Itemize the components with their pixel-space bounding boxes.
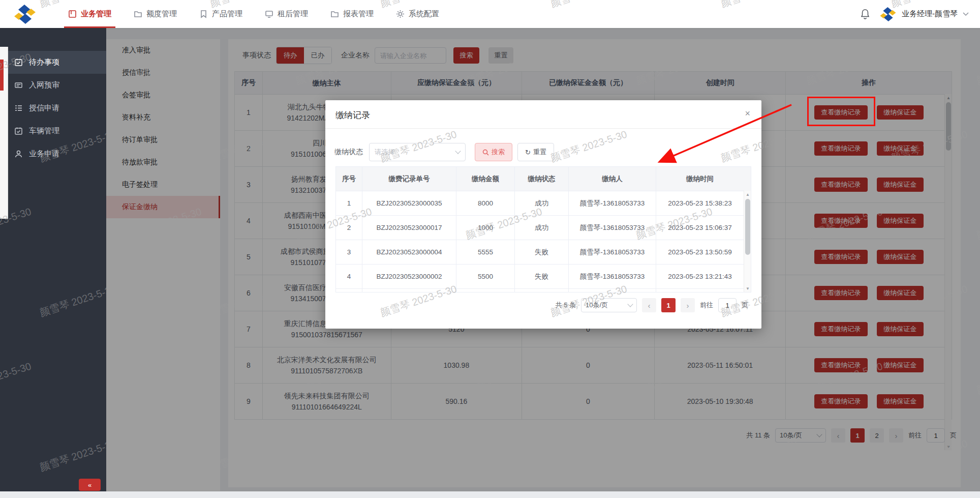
- pay-status-label: 缴纳状态: [334, 148, 363, 157]
- user-menu[interactable]: 业务经理-颜雪琴: [879, 6, 969, 23]
- sidebar-list: 待办事项 入网预审 授信申请 车辆管理: [0, 51, 106, 165]
- nav-quota-mgmt[interactable]: 额度管理: [122, 0, 188, 28]
- page-unit-label: 页: [742, 301, 748, 310]
- user-icon: [14, 150, 23, 158]
- payment-records-table: 序号 缴费记录单号 缴纳金额 缴纳状态 缴纳人 缴纳时间 1 BZJ202305…: [335, 166, 751, 292]
- cell-pay-status: 失败: [515, 265, 569, 288]
- cell-pay-amount: 5555: [456, 240, 515, 264]
- sidebar-item-label: 授信申请: [29, 103, 59, 113]
- header-payer: 缴纳人: [569, 167, 656, 191]
- page-size-value: 10条/页: [586, 301, 608, 310]
- folder-icon: [330, 10, 339, 18]
- total-count: 共 5 条: [556, 301, 576, 310]
- nav-postlease-mgmt[interactable]: 租后管理: [254, 0, 319, 28]
- cell-seq: 4: [336, 265, 362, 288]
- goto-page-input[interactable]: [718, 298, 737, 312]
- cell-seq: 1: [336, 191, 362, 215]
- gear-icon: [396, 10, 405, 18]
- nav-label: 额度管理: [146, 9, 177, 19]
- select-placeholder: 请选择: [375, 148, 394, 157]
- sidebar-item-todo[interactable]: 待办事项: [0, 51, 106, 74]
- cell-pay-status: 成功: [515, 191, 569, 215]
- bookmark-icon: [199, 10, 208, 18]
- id-card-icon: [14, 81, 23, 90]
- cell-record-no: BZJ20230523000004: [362, 240, 456, 264]
- notification-bell-icon[interactable]: [860, 9, 870, 20]
- nav-label: 报表管理: [343, 9, 374, 19]
- left-edge-red-sliver: [0, 60, 4, 91]
- next-page-button[interactable]: ›: [681, 298, 695, 312]
- nav-label: 系统配置: [409, 9, 439, 19]
- cell-payer: 颜雪琴-13618053733: [569, 265, 656, 288]
- modal-search-button[interactable]: 搜索: [475, 143, 512, 161]
- modal-pagination: 共 5 条 10条/页 ‹ 1 › 前往 页: [556, 298, 748, 312]
- chevron-down-icon: [455, 148, 461, 154]
- page-size-select[interactable]: 10条/页: [581, 298, 637, 312]
- cell-payer: 颜雪琴-13618053733: [569, 240, 656, 264]
- payment-record-row: 1 BZJ20230523000035 8000 成功 颜雪琴-13618053…: [336, 191, 745, 215]
- left-edge-strip: [0, 47, 8, 219]
- nav-business-mgmt[interactable]: 业务管理: [57, 0, 122, 28]
- list-icon: [14, 104, 23, 112]
- modal-reset-button[interactable]: ↻ 重置: [517, 143, 554, 161]
- sidebar-item-business-apply[interactable]: 业务申请: [0, 142, 106, 165]
- modal-search-label: 搜索: [492, 148, 505, 157]
- calendar-check-icon: [14, 58, 23, 67]
- goto-label: 前往: [700, 301, 713, 310]
- payment-record-row: 4 BZJ20230523000002 5500 失败 颜雪琴-13618053…: [336, 264, 745, 288]
- nav-label: 业务管理: [81, 9, 111, 19]
- cell-record-no: BZJ20230523000017: [362, 216, 456, 240]
- avatar: [879, 6, 897, 23]
- monitor-icon: [265, 10, 273, 18]
- modal-divider: [325, 128, 761, 129]
- sidebar-item-credit-apply[interactable]: 授信申请: [0, 97, 106, 120]
- payment-record-row-partial: [336, 288, 745, 292]
- sidebar-item-label: 入网预审: [29, 80, 59, 90]
- cell-pay-amount: 1000: [456, 216, 515, 240]
- cell-pay-status: 失败: [515, 240, 569, 264]
- brand-logo-icon: [13, 3, 37, 26]
- nav-label: 产品管理: [212, 9, 242, 19]
- scrollbar-thumb[interactable]: [745, 199, 750, 255]
- cell-seq: 3: [336, 240, 362, 264]
- cell-record-no: BZJ20230523000002: [362, 265, 456, 288]
- calendar-icon: [14, 127, 23, 135]
- cell-pay-time: 2023-05-23 15:06:37: [656, 216, 744, 240]
- nav-label: 租后管理: [278, 9, 308, 19]
- chevron-down-icon: [627, 301, 633, 307]
- cell-pay-time: 2023-05-23 15:38:23: [656, 191, 744, 215]
- modal-table-header: 序号 缴费记录单号 缴纳金额 缴纳状态 缴纳人 缴纳时间: [336, 167, 751, 191]
- modal-filter-bar: 缴纳状态 请选择 搜索 ↻ 重置: [325, 143, 554, 161]
- scroll-down-icon[interactable]: ▼: [744, 285, 751, 292]
- payment-record-row: 2 BZJ20230523000017 1000 成功 颜雪琴-13618053…: [336, 215, 745, 240]
- cell-pay-amount: 5500: [456, 265, 515, 288]
- horizontal-scrollbar[interactable]: [0, 491, 980, 498]
- prev-page-button[interactable]: ‹: [642, 298, 656, 312]
- sidebar-item-label: 待办事项: [29, 57, 59, 67]
- sidebar-item-vehicle-mgmt[interactable]: 车辆管理: [0, 120, 106, 142]
- cell-pay-status: 成功: [515, 216, 569, 240]
- app-root: 业务管理 额度管理 产品管理 租后管理: [0, 0, 980, 498]
- payment-record-row: 3 BZJ20230523000004 5555 失败 颜雪琴-13618053…: [336, 240, 745, 264]
- scroll-up-icon[interactable]: ▲: [744, 191, 751, 198]
- nav-product-mgmt[interactable]: 产品管理: [188, 0, 254, 28]
- header-pay-amount: 缴纳金额: [456, 167, 515, 191]
- close-icon[interactable]: ×: [745, 108, 750, 119]
- cell-pay-amount: 8000: [456, 191, 515, 215]
- user-name: 业务经理-颜雪琴: [902, 9, 958, 19]
- modal-table-scrollbar[interactable]: ▲ ▼: [744, 191, 751, 292]
- modal-table-body: 1 BZJ20230523000035 8000 成功 颜雪琴-13618053…: [336, 191, 745, 292]
- pay-status-select[interactable]: 请选择: [369, 143, 466, 161]
- cell-pay-time: 2023-05-23 13:50:59: [656, 240, 744, 264]
- folder-icon: [134, 10, 142, 18]
- header-pay-status: 缴纳状态: [515, 167, 569, 191]
- sidebar-item-network-precheck[interactable]: 入网预审: [0, 74, 106, 97]
- page-1-button[interactable]: 1: [661, 298, 676, 312]
- nav-system-config[interactable]: 系统配置: [385, 0, 450, 28]
- refresh-icon: ↻: [525, 149, 531, 156]
- modal-reset-label: 重置: [533, 148, 546, 157]
- topbar: 业务管理 额度管理 产品管理 租后管理: [0, 0, 980, 28]
- book-icon: [68, 10, 77, 18]
- nav-report-mgmt[interactable]: 报表管理: [319, 0, 385, 28]
- sidebar-collapse-button[interactable]: «: [79, 479, 101, 491]
